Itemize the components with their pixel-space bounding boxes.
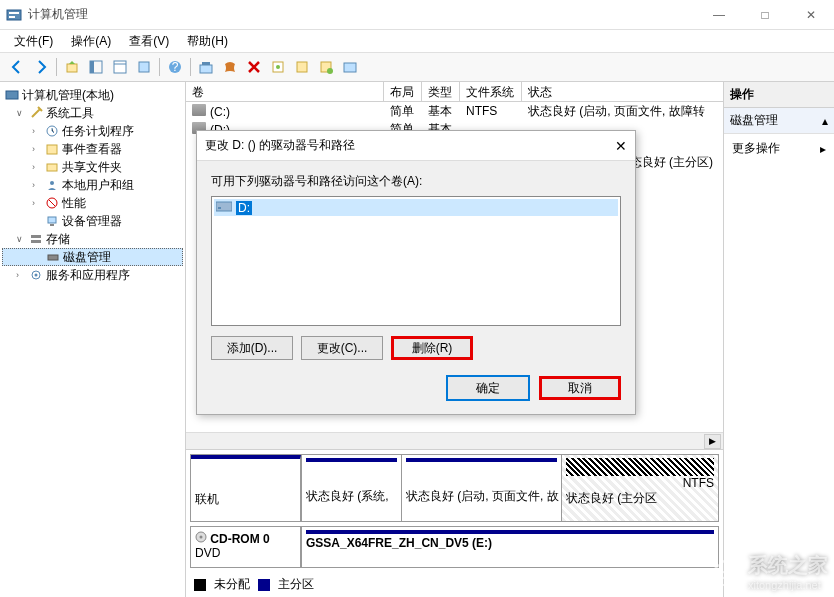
svg-rect-34	[216, 202, 232, 211]
svg-point-36	[721, 572, 727, 578]
actions-more[interactable]: 更多操作 ▸	[724, 134, 834, 163]
svg-rect-3	[67, 64, 77, 72]
partition[interactable]: 状态良好 (系统,	[301, 455, 401, 521]
col-status[interactable]: 状态	[522, 82, 723, 101]
svg-rect-15	[297, 62, 307, 72]
actions-disk-mgmt[interactable]: 磁盘管理 ▴	[724, 108, 834, 134]
legend-swatch-unalloc	[194, 579, 206, 591]
window-titlebar: 计算机管理 — □ ✕	[0, 0, 834, 30]
tree-disk-management[interactable]: 磁盘管理	[2, 248, 183, 266]
menu-view[interactable]: 查看(V)	[121, 31, 177, 52]
tree-shared-folders[interactable]: ›共享文件夹	[2, 158, 183, 176]
svg-rect-12	[202, 62, 210, 65]
volume-fs: NTFS	[460, 104, 522, 118]
cdrom-name: CD-ROM 0	[210, 532, 269, 546]
svg-rect-19	[6, 91, 18, 99]
refresh-button[interactable]	[195, 56, 217, 78]
tree-root-label: 计算机管理(本地)	[22, 87, 114, 104]
action-button-2[interactable]	[291, 56, 313, 78]
tree-label: 服务和应用程序	[46, 267, 130, 284]
tree-label: 共享文件夹	[62, 159, 122, 176]
partition[interactable]: 状态良好 (启动, 页面文件, 故	[401, 455, 561, 521]
disk-graphical-view: 联机 状态良好 (系统, 状态良好 (启动, 页面文件, 故 NTFS状态良好 …	[186, 449, 723, 597]
properties-button[interactable]	[109, 56, 131, 78]
chevron-right-icon: ▸	[820, 142, 826, 156]
settings-button[interactable]	[219, 56, 241, 78]
col-fs[interactable]: 文件系统	[460, 82, 522, 101]
help-button[interactable]: ?	[164, 56, 186, 78]
dialog-titlebar[interactable]: 更改 D: () 的驱动器号和路径 ✕	[197, 131, 635, 161]
watermark: 系统之家 xitongzhijia.net	[708, 552, 828, 591]
cdrom-partition[interactable]: GSSA_X64FRE_ZH_CN_DV5 (E:)	[301, 527, 718, 567]
svg-text:?: ?	[172, 60, 179, 74]
menu-action[interactable]: 操作(A)	[63, 31, 119, 52]
menu-help[interactable]: 帮助(H)	[179, 31, 236, 52]
svg-rect-28	[31, 240, 41, 243]
legend-unalloc: 未分配	[214, 576, 250, 593]
collapse-icon[interactable]: ∨	[16, 108, 26, 118]
delete-button[interactable]	[243, 56, 265, 78]
col-layout[interactable]: 布局	[384, 82, 422, 101]
ok-button[interactable]: 确定	[447, 376, 529, 400]
expand-icon[interactable]: ›	[32, 198, 42, 208]
list-item[interactable]: D:	[214, 199, 618, 216]
show-hide-tree-button[interactable]	[85, 56, 107, 78]
scroll-right-button[interactable]: ▶	[704, 434, 721, 449]
add-button[interactable]: 添加(D)...	[211, 336, 293, 360]
maximize-button[interactable]: □	[742, 0, 788, 30]
remove-button[interactable]: 删除(R)	[391, 336, 473, 360]
expand-icon[interactable]: ›	[32, 144, 42, 154]
action-button-4[interactable]	[339, 56, 361, 78]
expand-icon[interactable]: ›	[32, 126, 42, 136]
change-button[interactable]: 更改(C)...	[301, 336, 383, 360]
dialog-close-button[interactable]: ✕	[597, 138, 627, 154]
action-button-3[interactable]	[315, 56, 337, 78]
tree-local-users[interactable]: ›本地用户和组	[2, 176, 183, 194]
navigation-tree[interactable]: 计算机管理(本地) ∨ 系统工具 ›任务计划程序 ›事件查看器 ›共享文件夹 ›…	[0, 82, 186, 597]
svg-rect-29	[48, 255, 58, 260]
clock-icon	[44, 123, 60, 139]
expand-icon[interactable]: ›	[16, 270, 26, 280]
disk-icon	[45, 249, 61, 265]
horizontal-scrollbar[interactable]: ▶	[186, 432, 723, 449]
action-button-1[interactable]	[267, 56, 289, 78]
tree-task-scheduler[interactable]: ›任务计划程序	[2, 122, 183, 140]
tree-performance[interactable]: ›性能	[2, 194, 183, 212]
forward-button[interactable]	[30, 56, 52, 78]
volume-list-header: 卷 布局 类型 文件系统 状态	[186, 82, 723, 102]
tree-event-viewer[interactable]: ›事件查看器	[2, 140, 183, 158]
close-button[interactable]: ✕	[788, 0, 834, 30]
tree-root[interactable]: 计算机管理(本地)	[2, 86, 183, 104]
back-button[interactable]	[6, 56, 28, 78]
tree-label: 事件查看器	[62, 141, 122, 158]
col-volume[interactable]: 卷	[186, 82, 384, 101]
expand-icon[interactable]: ›	[32, 162, 42, 172]
cdrom-icon	[195, 532, 207, 546]
cancel-button[interactable]: 取消	[539, 376, 621, 400]
expand-icon[interactable]: ›	[32, 180, 42, 190]
disk-row[interactable]: 联机 状态良好 (系统, 状态良好 (启动, 页面文件, 故 NTFS状态良好 …	[190, 454, 719, 522]
cdrom-row[interactable]: CD-ROM 0 DVD GSSA_X64FRE_ZH_CN_DV5 (E:)	[190, 526, 719, 568]
up-button[interactable]	[61, 56, 83, 78]
tree-device-manager[interactable]: 设备管理器	[2, 212, 183, 230]
drive-paths-listbox[interactable]: D:	[211, 196, 621, 326]
tree-storage[interactable]: ∨存储	[2, 230, 183, 248]
volume-name: (C:)	[210, 105, 230, 119]
svg-point-23	[50, 181, 54, 185]
tree-system-tools[interactable]: ∨ 系统工具	[2, 104, 183, 122]
tree-services[interactable]: ›服务和应用程序	[2, 266, 183, 284]
collapse-icon[interactable]: ∨	[16, 234, 26, 244]
minimize-button[interactable]: —	[696, 0, 742, 30]
disk-info: 联机	[191, 455, 301, 521]
col-type[interactable]: 类型	[422, 82, 460, 101]
export-button[interactable]	[133, 56, 155, 78]
partition-selected[interactable]: NTFS状态良好 (主分区	[561, 455, 718, 521]
tools-icon	[28, 105, 44, 121]
event-icon	[44, 141, 60, 157]
legend: 未分配 主分区	[186, 572, 723, 597]
menu-file[interactable]: 文件(F)	[6, 31, 61, 52]
toolbar: ?	[0, 52, 834, 82]
cdrom-info: CD-ROM 0 DVD	[191, 527, 301, 567]
volume-row[interactable]: (C:) 简单 基本 NTFS 状态良好 (启动, 页面文件, 故障转	[186, 102, 723, 120]
change-drive-letter-dialog: 更改 D: () 的驱动器号和路径 ✕ 可用下列驱动器号和路径访问这个卷(A):…	[196, 130, 636, 415]
